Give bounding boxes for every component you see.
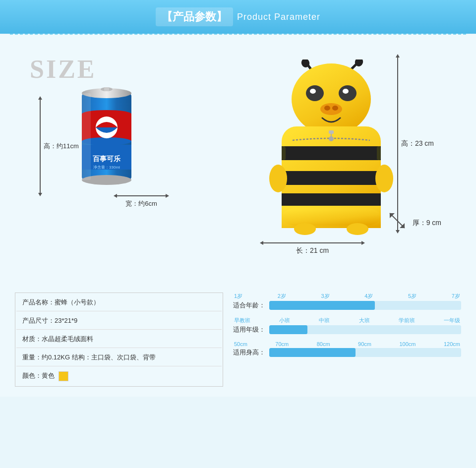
grade-bar-bg bbox=[269, 325, 461, 334]
can-width-label: 宽：约6cm bbox=[79, 199, 203, 208]
svg-rect-35 bbox=[282, 208, 381, 226]
svg-rect-12 bbox=[104, 87, 109, 91]
age-tick-5: 5岁 bbox=[408, 292, 416, 300]
product-material-cell: 材质：水晶超柔毛绒面料 bbox=[16, 331, 222, 348]
svg-point-19 bbox=[310, 89, 316, 94]
svg-point-17 bbox=[292, 63, 371, 135]
table-row: 重量：约0.12KG 结构：主口袋、次口袋、背带 bbox=[16, 349, 222, 366]
grade-row: 早教班 小班 中班 大班 学前班 一年级 适用年级： bbox=[233, 317, 461, 334]
bag-height-label: 高：23 cm bbox=[401, 139, 434, 148]
thickness-indicator bbox=[390, 213, 410, 233]
svg-rect-29 bbox=[282, 171, 381, 185]
grade-tick-1: 早教班 bbox=[234, 317, 250, 324]
age-bar-fill bbox=[269, 301, 375, 310]
svg-rect-10 bbox=[82, 93, 91, 180]
left-panel: SIZE 高：约11cm bbox=[15, 45, 208, 283]
age-bar-wrap bbox=[269, 301, 461, 310]
height-bar-fill bbox=[269, 348, 356, 357]
svg-point-23 bbox=[324, 106, 330, 111]
height-tick-2: 70cm bbox=[275, 341, 289, 347]
svg-rect-26 bbox=[282, 146, 381, 160]
age-label: 适合年龄： bbox=[233, 301, 265, 310]
height-tick-4: 90cm bbox=[358, 341, 371, 347]
header-chinese-title: 产品参数 bbox=[156, 7, 233, 26]
age-bar-bg bbox=[269, 301, 461, 310]
height-tick-3: 80cm bbox=[317, 341, 330, 347]
svg-point-31 bbox=[329, 136, 334, 141]
age-tick-6: 7岁 bbox=[452, 292, 460, 300]
svg-rect-28 bbox=[377, 146, 381, 160]
grade-bar-row: 适用年级： bbox=[233, 325, 461, 334]
svg-point-18 bbox=[306, 85, 324, 101]
suitability-section: 1岁 2岁 3岁 4岁 5岁 7岁 适合年龄： 早教班 小班 bbox=[233, 292, 461, 387]
grade-tick-6: 一年级 bbox=[444, 317, 460, 324]
height-bar-row: 适用身高： bbox=[233, 348, 461, 357]
svg-point-24 bbox=[332, 106, 338, 111]
svg-rect-27 bbox=[282, 146, 286, 160]
grade-tick-3: 中班 bbox=[319, 317, 330, 324]
height-tick-1: 50cm bbox=[234, 341, 247, 347]
table-row: 颜色：黄色 bbox=[16, 367, 222, 385]
header-bar: 产品参数 Product Parameter bbox=[0, 0, 476, 34]
height-tick-5: 100cm bbox=[399, 341, 416, 347]
product-weight-cell: 重量：约0.12KG 结构：主口袋、次口袋、背带 bbox=[16, 349, 222, 366]
svg-point-21 bbox=[343, 89, 349, 94]
svg-point-20 bbox=[339, 85, 357, 101]
grade-tick-5: 学前班 bbox=[399, 317, 415, 324]
bag-length-label: 长：21 cm bbox=[263, 246, 362, 255]
product-info-table: 产品名称：蜜蜂（小号款） 产品尺寸：23*21*9 材质：水晶超柔毛绒面料 重量… bbox=[15, 292, 223, 387]
svg-point-38 bbox=[269, 165, 287, 192]
pepsi-can-svg: 百事可乐 净含量：330ml bbox=[74, 84, 139, 193]
age-row: 1岁 2岁 3岁 4岁 5岁 7岁 适合年龄： bbox=[233, 292, 461, 310]
svg-point-36 bbox=[294, 223, 316, 235]
product-color-cell: 颜色：黄色 bbox=[16, 367, 222, 385]
bag-thickness-label: 厚：9 cm bbox=[413, 219, 441, 228]
age-tick-2: 2岁 bbox=[278, 292, 286, 300]
bottom-section: 产品名称：蜜蜂（小号款） 产品尺寸：23*21*9 材质：水晶超柔毛绒面料 重量… bbox=[0, 292, 476, 397]
svg-rect-33 bbox=[329, 130, 334, 134]
svg-point-22 bbox=[320, 103, 342, 115]
svg-text:百事可乐: 百事可乐 bbox=[93, 155, 120, 163]
height-row: 50cm 70cm 80cm 90cm 100cm 120cm 适用身高： bbox=[233, 341, 461, 357]
right-panel: 高：23 cm 厚：9 cm 长：21 cm bbox=[208, 45, 461, 283]
height-ticks: 50cm 70cm 80cm 90cm 100cm 120cm bbox=[233, 341, 461, 347]
height-tick-6: 120cm bbox=[444, 341, 460, 347]
table-row: 材质：水晶超柔毛绒面料 bbox=[16, 331, 222, 348]
grade-tick-4: 大班 bbox=[359, 317, 370, 324]
svg-rect-30 bbox=[282, 193, 381, 207]
svg-text:净含量：330ml: 净含量：330ml bbox=[93, 165, 120, 170]
table-row: 产品名称：蜜蜂（小号款） bbox=[16, 294, 222, 311]
header-english-title: Product Parameter bbox=[237, 12, 320, 22]
svg-point-39 bbox=[375, 165, 393, 192]
can-height-label: 高：约11cm bbox=[44, 142, 79, 151]
age-tick-1: 1岁 bbox=[234, 292, 242, 300]
grade-tick-2: 小班 bbox=[279, 317, 290, 324]
table-row: 产品尺寸：23*21*9 bbox=[16, 312, 222, 330]
size-label: SIZE bbox=[30, 55, 97, 84]
bee-bag-svg bbox=[250, 59, 419, 268]
height-label: 适用身高： bbox=[233, 348, 265, 357]
main-content: SIZE 高：约11cm bbox=[0, 35, 476, 292]
age-bar-row: 适合年龄： bbox=[233, 301, 461, 310]
bag-image-area: 高：23 cm 厚：9 cm 长：21 cm bbox=[208, 45, 461, 283]
grade-label: 适用年级： bbox=[233, 325, 265, 334]
grade-ticks: 早教班 小班 中班 大班 学前班 一年级 bbox=[233, 317, 461, 324]
age-tick-3: 3岁 bbox=[321, 292, 330, 300]
age-tick-4: 4岁 bbox=[364, 292, 373, 300]
grade-bar-fill bbox=[269, 325, 307, 334]
product-size-cell: 产品尺寸：23*21*9 bbox=[16, 312, 222, 330]
grade-bar-wrap bbox=[269, 325, 461, 334]
product-name-cell: 产品名称：蜜蜂（小号款） bbox=[16, 294, 222, 311]
height-bar-wrap bbox=[269, 348, 461, 357]
svg-point-37 bbox=[347, 223, 368, 235]
color-swatch-yellow bbox=[59, 371, 68, 381]
age-ticks: 1岁 2岁 3岁 4岁 5岁 7岁 bbox=[233, 292, 461, 300]
height-bar-bg bbox=[269, 348, 461, 357]
